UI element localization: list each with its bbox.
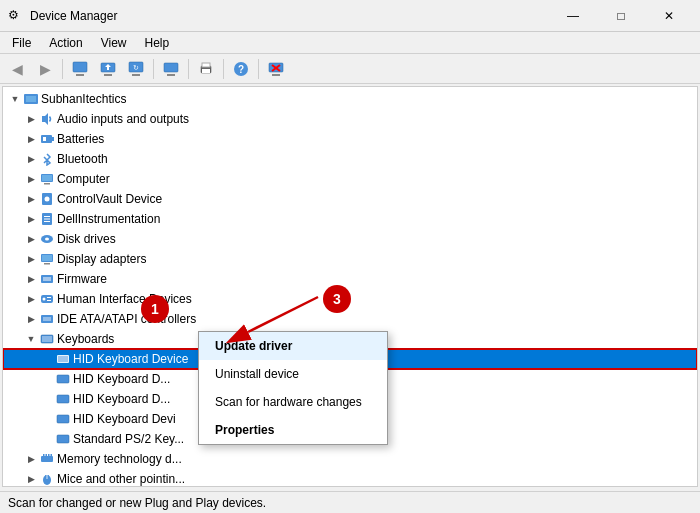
expand-hid-4 <box>39 411 55 427</box>
tree-item-batteries[interactable]: ▶ Batteries <box>3 129 697 149</box>
tree-item-disk[interactable]: ▶ Disk drives <box>3 229 697 249</box>
expand-ide: ▶ <box>23 311 39 327</box>
tree-item-display[interactable]: ▶ Display adapters <box>3 249 697 269</box>
svg-rect-36 <box>42 255 52 261</box>
toolbar-monitor[interactable] <box>158 57 184 81</box>
svg-text:?: ? <box>238 64 244 75</box>
hid-group-icon <box>39 291 55 307</box>
audio-icon <box>39 111 55 127</box>
restore-button[interactable]: □ <box>598 0 644 32</box>
svg-rect-57 <box>57 435 69 443</box>
menu-bar: File Action View Help <box>0 32 700 54</box>
svg-rect-23 <box>43 137 46 141</box>
svg-rect-54 <box>57 375 69 383</box>
context-uninstall[interactable]: Uninstall device <box>199 360 387 388</box>
svg-rect-6 <box>132 74 140 76</box>
svg-rect-26 <box>44 183 50 185</box>
close-button[interactable]: ✕ <box>646 0 692 32</box>
hid-keyboard-4-icon <box>55 411 71 427</box>
expand-controlvault: ▶ <box>23 191 39 207</box>
tree-item-audio[interactable]: ▶ Audio inputs and outputs <box>3 109 697 129</box>
svg-rect-60 <box>46 454 48 457</box>
firmware-icon <box>39 271 55 287</box>
svg-rect-47 <box>42 337 52 338</box>
minimize-button[interactable]: — <box>550 0 596 32</box>
computer-label: Computer <box>57 169 110 189</box>
tree-root[interactable]: ▼ SubhanItechtics <box>3 89 697 109</box>
toolbar-properties[interactable] <box>67 57 93 81</box>
memory-icon <box>39 451 55 467</box>
audio-label: Audio inputs and outputs <box>57 109 189 129</box>
context-update-driver[interactable]: Update driver <box>199 332 387 360</box>
svg-rect-39 <box>43 277 51 281</box>
toolbar-scan[interactable]: ↻ <box>123 57 149 81</box>
root-label: SubhanItechtics <box>41 89 126 109</box>
mice-label: Mice and other pointin... <box>57 469 185 486</box>
hid-keyboard-3-icon <box>55 391 71 407</box>
svg-point-34 <box>45 238 49 241</box>
main-content: ▼ SubhanItechtics ▶ Audio inputs and out… <box>2 86 698 487</box>
tree-item-memory[interactable]: ▶ Memory technology d... <box>3 449 697 469</box>
svg-rect-49 <box>42 341 52 342</box>
menu-view[interactable]: View <box>93 34 135 52</box>
toolbar-help[interactable]: ? <box>228 57 254 81</box>
keyboard-icon <box>39 331 55 347</box>
window-controls: — □ ✕ <box>550 0 692 32</box>
expand-hid-3 <box>39 391 55 407</box>
expand-batteries: ▶ <box>23 131 39 147</box>
tree-item-bluetooth[interactable]: ▶ Bluetooth <box>3 149 697 169</box>
context-scan[interactable]: Scan for hardware changes <box>199 388 387 416</box>
expand-keyboards: ▼ <box>23 331 39 347</box>
hid-keyboard-2-icon <box>55 371 71 387</box>
menu-help[interactable]: Help <box>137 34 178 52</box>
svg-rect-10 <box>202 69 210 73</box>
tree-item-ide[interactable]: ▶ IDE ATA/ATAPI controllers <box>3 309 697 329</box>
context-properties[interactable]: Properties <box>199 416 387 444</box>
svg-marker-20 <box>42 113 48 125</box>
computer-icon <box>39 171 55 187</box>
toolbar-forward[interactable]: ▶ <box>32 57 58 81</box>
ide-icon <box>39 311 55 327</box>
menu-file[interactable]: File <box>4 34 39 52</box>
svg-rect-48 <box>42 339 52 340</box>
svg-rect-19 <box>26 96 36 102</box>
svg-rect-62 <box>51 454 53 457</box>
svg-rect-32 <box>44 221 50 222</box>
toolbar-sep-4 <box>223 59 224 79</box>
menu-action[interactable]: Action <box>41 34 90 52</box>
svg-rect-11 <box>202 63 210 67</box>
svg-rect-0 <box>73 62 87 72</box>
status-text: Scan for changed or new Plug and Play de… <box>8 496 266 510</box>
toolbar-update-driver[interactable] <box>95 57 121 81</box>
svg-point-28 <box>45 197 50 202</box>
expand-ps2 <box>39 431 55 447</box>
context-menu: Update driver Uninstall device Scan for … <box>198 331 388 445</box>
svg-rect-55 <box>57 395 69 403</box>
svg-rect-31 <box>44 219 50 220</box>
svg-rect-30 <box>44 216 50 217</box>
tree-item-mice[interactable]: ▶ Mice and other pointin... <box>3 469 697 486</box>
tree-item-firmware[interactable]: ▶ Firmware <box>3 269 697 289</box>
tree-item-computer[interactable]: ▶ Computer <box>3 169 697 189</box>
svg-rect-1 <box>76 74 84 76</box>
toolbar-back[interactable]: ◀ <box>4 57 30 81</box>
svg-rect-3 <box>104 74 112 76</box>
expand-audio: ▶ <box>23 111 39 127</box>
tree-item-dell[interactable]: ▶ DellInstrumentation <box>3 209 697 229</box>
toolbar-print[interactable] <box>193 57 219 81</box>
svg-rect-42 <box>47 297 51 298</box>
bluetooth-label: Bluetooth <box>57 149 108 169</box>
svg-rect-43 <box>47 300 51 301</box>
batteries-icon <box>39 131 55 147</box>
tree-item-hid-group[interactable]: ▶ Human Interface Devices <box>3 289 697 309</box>
tree-item-controlvault[interactable]: ▶ ControlVault Device <box>3 189 697 209</box>
disk-icon <box>39 231 55 247</box>
svg-rect-52 <box>58 359 68 360</box>
svg-rect-53 <box>58 361 68 362</box>
toolbar-sep-3 <box>188 59 189 79</box>
svg-rect-21 <box>41 135 52 143</box>
expand-mice: ▶ <box>23 471 39 486</box>
svg-rect-25 <box>42 175 52 181</box>
toolbar-remove[interactable] <box>263 57 289 81</box>
keyboards-label: Keyboards <box>57 329 114 349</box>
